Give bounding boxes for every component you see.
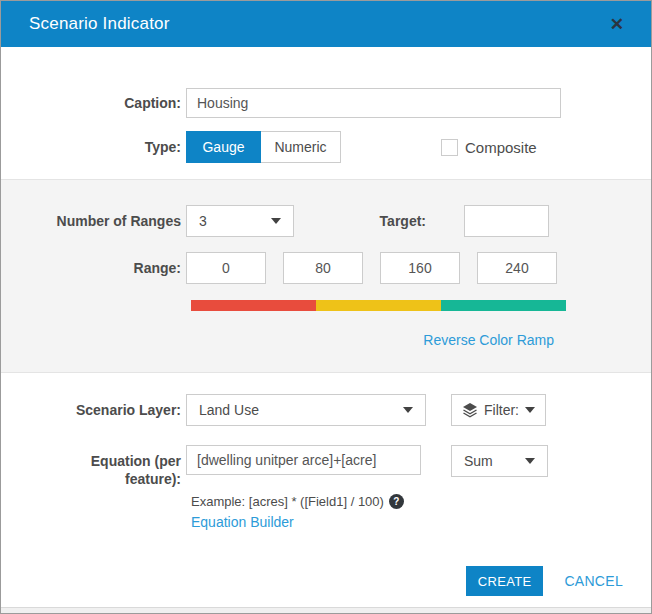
composite-label: Composite bbox=[465, 139, 537, 156]
chevron-down-icon bbox=[403, 407, 413, 413]
scenario-indicator-dialog: Scenario Indicator ✕ Caption: Type: Gaug… bbox=[0, 0, 652, 614]
equation-label: Equation (per feature): bbox=[1, 445, 186, 488]
range-input-4[interactable] bbox=[477, 252, 557, 284]
type-label: Type: bbox=[1, 138, 186, 156]
range-row: Range: bbox=[1, 252, 651, 284]
target-label: Target: bbox=[294, 213, 426, 229]
number-of-ranges-value: 3 bbox=[199, 213, 271, 229]
reverse-ramp-row: Reverse Color Ramp bbox=[191, 331, 554, 349]
chevron-down-icon bbox=[271, 218, 281, 224]
target-input[interactable] bbox=[464, 205, 549, 237]
number-of-ranges-dropdown[interactable]: 3 bbox=[186, 205, 294, 237]
ramp-segment-green bbox=[441, 300, 566, 311]
scenario-layer-value: Land Use bbox=[199, 402, 403, 418]
layers-icon bbox=[462, 402, 478, 418]
dialog-header: Scenario Indicator ✕ bbox=[1, 1, 651, 47]
color-ramp bbox=[191, 300, 566, 311]
range-input-2[interactable] bbox=[283, 252, 363, 284]
filter-button[interactable]: Filter: bbox=[451, 394, 546, 426]
equation-input[interactable] bbox=[186, 445, 421, 475]
type-row: Type: Gauge Numeric Composite bbox=[1, 131, 651, 163]
dialog-footer: CREATE CANCEL bbox=[466, 566, 623, 596]
scenario-layer-dropdown[interactable]: Land Use bbox=[186, 394, 426, 426]
ramp-segment-yellow bbox=[316, 300, 441, 311]
type-numeric-button[interactable]: Numeric bbox=[261, 131, 341, 163]
help-icon[interactable]: ? bbox=[389, 494, 404, 509]
caption-input[interactable] bbox=[186, 88, 561, 118]
equation-example-row: Example: [acres] * ([Field1] / 100) ? bbox=[191, 494, 651, 509]
filter-label: Filter: bbox=[484, 402, 519, 418]
aggregation-value: Sum bbox=[464, 453, 525, 469]
reverse-color-ramp-link[interactable]: Reverse Color Ramp bbox=[423, 332, 554, 348]
create-button[interactable]: CREATE bbox=[466, 566, 544, 596]
caption-row: Caption: bbox=[1, 88, 651, 118]
chevron-down-icon bbox=[525, 458, 535, 464]
ranges-panel: Number of Ranges 3 Target: Range: Revers… bbox=[1, 179, 651, 373]
equation-row: Equation (per feature): Sum bbox=[1, 445, 651, 488]
type-gauge-button[interactable]: Gauge bbox=[186, 131, 261, 163]
dialog-title: Scenario Indicator bbox=[29, 14, 170, 34]
scenario-layer-row: Scenario Layer: Land Use Filter: bbox=[1, 394, 651, 426]
equation-builder-row: Equation Builder bbox=[191, 514, 651, 530]
composite-checkbox[interactable] bbox=[441, 139, 458, 156]
range-input-3[interactable] bbox=[380, 252, 460, 284]
chevron-down-icon bbox=[525, 407, 535, 413]
range-input-1[interactable] bbox=[186, 252, 266, 284]
number-of-ranges-label: Number of Ranges bbox=[1, 212, 186, 230]
caption-label: Caption: bbox=[1, 94, 186, 112]
scenario-layer-label: Scenario Layer: bbox=[1, 401, 186, 419]
number-of-ranges-row: Number of Ranges 3 Target: bbox=[1, 205, 651, 237]
range-label: Range: bbox=[1, 259, 186, 277]
ramp-segment-red bbox=[191, 300, 316, 311]
equation-builder-link[interactable]: Equation Builder bbox=[191, 514, 294, 530]
equation-example-text: Example: [acres] * ([Field1] / 100) bbox=[191, 494, 384, 509]
close-icon[interactable]: ✕ bbox=[610, 16, 624, 33]
bottom-strip bbox=[1, 607, 651, 613]
aggregation-dropdown[interactable]: Sum bbox=[451, 445, 548, 477]
cancel-button[interactable]: CANCEL bbox=[564, 573, 623, 589]
